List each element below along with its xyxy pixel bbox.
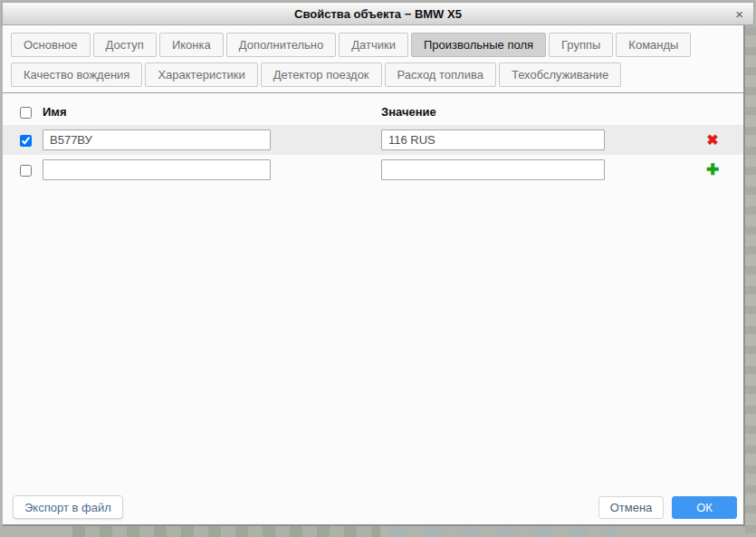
tab-commands[interactable]: Команды [616, 33, 691, 57]
object-properties-dialog: ОсновноеДоступИконкаДополнительноДатчики… [2, 25, 745, 526]
tab-characteristics[interactable]: Характеристики [145, 62, 257, 87]
background-page-edge [745, 27, 756, 534]
value-cell [381, 129, 691, 150]
background-map-fragment [72, 526, 380, 537]
row-checkbox-cell [20, 163, 43, 177]
tab-access[interactable]: Доступ [93, 33, 157, 57]
row-checkbox-cell [20, 133, 43, 147]
select-all-checkbox[interactable] [20, 107, 32, 119]
field-value-input[interactable] [381, 159, 605, 180]
field-name-input[interactable] [43, 129, 271, 150]
tab-icon[interactable]: Иконка [159, 33, 224, 57]
row-checkbox[interactable] [20, 135, 32, 147]
ok-button[interactable]: ОК [672, 496, 737, 519]
export-to-file-button[interactable]: Экспорт в файл [13, 495, 123, 519]
name-cell [43, 129, 381, 150]
tab-groups[interactable]: Группы [549, 33, 613, 57]
delete-row-icon[interactable]: ✖ [706, 132, 718, 148]
dialog-titlebar: Свойства объекта − BMW X5 × [2, 2, 754, 25]
cancel-button[interactable]: Отмена [598, 496, 664, 519]
select-all-cell [20, 104, 43, 118]
tabs-bar: ОсновноеДоступИконкаДополнительноДатчики… [3, 25, 743, 93]
tab-general[interactable]: Основное [11, 33, 91, 57]
field-name-input[interactable] [43, 159, 271, 180]
tab-trip-detector[interactable]: Детектор поездок [261, 62, 382, 87]
tab-advanced[interactable]: Дополнительно [226, 33, 337, 57]
custom-field-row: ✖ [3, 125, 743, 155]
action-cell: ✚ [691, 162, 734, 177]
name-cell [43, 159, 381, 180]
value-cell [381, 159, 691, 180]
field-value-input[interactable] [381, 129, 605, 150]
tab-maintenance[interactable]: Техобслуживание [499, 62, 621, 87]
tab-driving-quality[interactable]: Качество вождения [11, 62, 142, 87]
column-header-value: Значение [381, 105, 691, 119]
tab-custom-fields[interactable]: Произвольные поля [411, 33, 546, 57]
dialog-title: Свойства объекта − BMW X5 [294, 7, 462, 21]
background-map-fragment [389, 526, 616, 537]
custom-field-row-new: ✚ [3, 155, 743, 185]
table-header-row: Имя Значение [3, 98, 743, 125]
custom-fields-table: Имя Значение ✖ [3, 98, 743, 185]
tab-fuel-consumption[interactable]: Расход топлива [385, 62, 496, 87]
tab-sensors[interactable]: Датчики [339, 33, 408, 57]
add-row-icon[interactable]: ✚ [706, 161, 719, 178]
close-icon[interactable]: × [735, 6, 743, 22]
action-cell: ✖ [691, 133, 734, 148]
row-checkbox[interactable] [20, 165, 32, 177]
column-header-name: Имя [43, 105, 381, 119]
